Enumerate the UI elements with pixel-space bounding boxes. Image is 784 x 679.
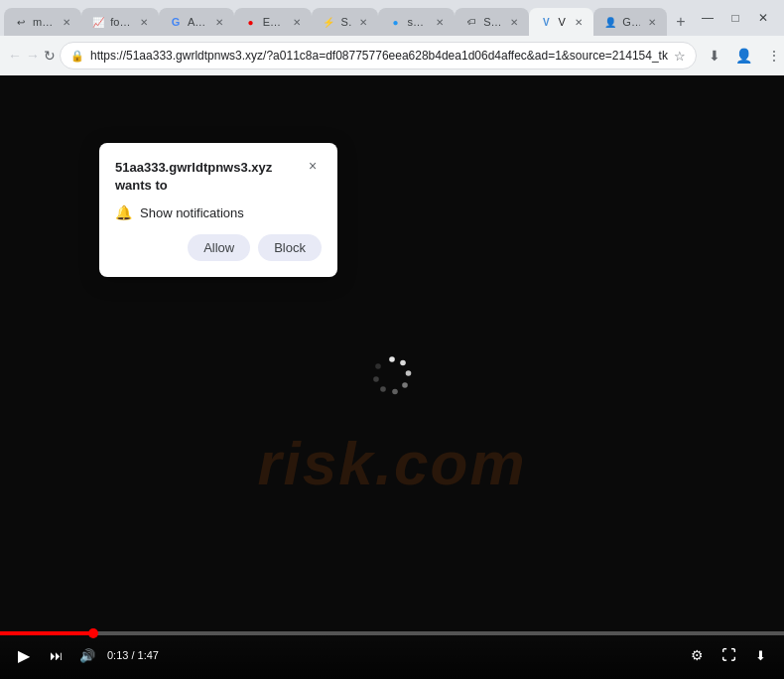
forward-button[interactable]: → xyxy=(26,42,40,69)
tab-shoars[interactable]: ● shoars ✕ xyxy=(378,8,455,36)
tab-favicon-9: 👤 xyxy=(603,15,617,29)
tab-label-5: Stfly xyxy=(340,16,351,28)
address-bar[interactable]: 🔒 https://51aa333.gwrldtpnws3.xyz/?a011c… xyxy=(60,42,697,69)
popup-close-button[interactable]: × xyxy=(304,157,322,175)
tab-favicon-2: 📈 xyxy=(91,15,105,29)
tab-close-1[interactable]: ✕ xyxy=(60,15,73,29)
spinner-svg xyxy=(370,353,414,397)
tab-favicon-7: 🏷 xyxy=(464,15,478,29)
tab-stfly[interactable]: ⚡ Stfly ✕ xyxy=(312,8,378,36)
tab-label-3: Ald Ve xyxy=(188,16,207,28)
loading-spinner xyxy=(370,353,414,401)
allow-button[interactable]: Allow xyxy=(188,234,250,261)
tab-favicon-8: V xyxy=(539,15,553,29)
tab-label-7: Shrink xyxy=(483,16,502,28)
maximize-button[interactable]: □ xyxy=(722,5,748,31)
tab-favicon-3: G xyxy=(169,15,183,29)
tab-close-6[interactable]: ✕ xyxy=(433,15,447,29)
tab-label-4: Earn m xyxy=(263,16,286,28)
watermark-text: risk.com xyxy=(257,428,526,498)
fullscreen-button[interactable]: ⛶ xyxy=(717,643,740,667)
video-controls-right: ⚙ ⛶ ⬇ xyxy=(685,643,772,667)
popup-option: 🔔 Show notifications xyxy=(115,204,322,220)
tab-favicon-1: ↩ xyxy=(14,15,28,29)
progress-dot xyxy=(88,628,98,638)
tab-label-1: mass c xyxy=(33,16,55,28)
video-controls: ▶ ⏭ 🔊 0:13 / 1:47 ⚙ ⛶ ⬇ xyxy=(0,631,784,679)
tab-shrink[interactable]: 🏷 Shrink ✕ xyxy=(455,8,529,36)
tab-favicon-4: ● xyxy=(244,15,258,29)
block-button[interactable]: Block xyxy=(258,234,322,261)
tab-close-5[interactable]: ✕ xyxy=(356,15,370,29)
content-area: risk.com xyxy=(0,75,784,679)
svg-point-6 xyxy=(373,376,379,382)
tab-close-2[interactable]: ✕ xyxy=(137,15,151,29)
tab-close-7[interactable]: ✕ xyxy=(507,15,521,29)
tab-label-2: forex-1 xyxy=(110,16,132,28)
popup-title: 51aa333.gwrldtpnws3.xyz wants to xyxy=(115,159,304,195)
close-button[interactable]: ✕ xyxy=(750,5,776,31)
bookmark-icon[interactable]: ☆ xyxy=(674,49,686,64)
next-button[interactable]: ⏭ xyxy=(44,643,67,667)
download-button[interactable]: ⬇ xyxy=(701,42,728,69)
time-display: 0:13 / 1:47 xyxy=(107,649,159,661)
bell-icon: 🔔 xyxy=(115,204,132,220)
tab-favicon-6: ● xyxy=(388,15,402,29)
svg-point-0 xyxy=(389,356,395,362)
volume-button[interactable]: 🔊 xyxy=(75,643,99,667)
tab-close-4[interactable]: ✕ xyxy=(290,15,304,29)
tab-forex[interactable]: 📈 forex-1 ✕ xyxy=(81,8,159,36)
tab-ald[interactable]: G Ald Ve ✕ xyxy=(159,8,234,36)
tab-close-3[interactable]: ✕ xyxy=(212,15,226,29)
minimize-button[interactable]: — xyxy=(695,5,720,31)
popup-actions: Allow Block xyxy=(115,234,322,261)
svg-point-5 xyxy=(380,386,386,392)
tab-label-8: Vi... xyxy=(558,16,567,28)
tabs-strip: ↩ mass c ✕ 📈 forex-1 ✕ G Ald Ve ✕ ● Earn… xyxy=(4,0,695,36)
tab-label-6: shoars xyxy=(407,16,428,28)
tab-favicon-5: ⚡ xyxy=(322,15,335,29)
nav-bar: ← → ↻ 🔒 https://51aa333.gwrldtpnws3.xyz/… xyxy=(0,36,784,75)
profile-button[interactable]: 👤 xyxy=(730,42,758,69)
tab-close-9[interactable]: ✕ xyxy=(645,15,659,29)
download-video-button[interactable]: ⬇ xyxy=(748,643,772,667)
svg-point-3 xyxy=(402,382,408,388)
option-label: Show notifications xyxy=(140,205,244,220)
lock-icon: 🔒 xyxy=(70,50,84,63)
chrome-frame: ↩ mass c ✕ 📈 forex-1 ✕ G Ald Ve ✕ ● Earn… xyxy=(0,0,784,679)
url-text: https://51aa333.gwrldtpnws3.xyz/?a011c8a… xyxy=(90,49,668,63)
back-button[interactable]: ← xyxy=(8,42,22,69)
menu-button[interactable]: ⋮ xyxy=(760,42,784,69)
tab-mass-c[interactable]: ↩ mass c ✕ xyxy=(4,8,81,36)
title-bar: ↩ mass c ✕ 📈 forex-1 ✕ G Ald Ve ✕ ● Earn… xyxy=(0,0,784,36)
svg-point-1 xyxy=(400,360,406,366)
svg-point-7 xyxy=(375,363,381,369)
nav-extra: ⬇ 👤 ⋮ xyxy=(701,42,784,69)
svg-point-2 xyxy=(406,370,412,376)
progress-fill xyxy=(0,631,93,635)
new-tab-button[interactable]: + xyxy=(667,8,695,36)
tab-label-9: Girl Al xyxy=(622,16,640,28)
reload-button[interactable]: ↻ xyxy=(44,42,56,69)
notification-popup: 51aa333.gwrldtpnws3.xyz wants to × 🔔 Sho… xyxy=(99,143,337,277)
play-button[interactable]: ▶ xyxy=(12,643,36,667)
progress-bar[interactable] xyxy=(0,631,784,635)
tab-close-8[interactable]: ✕ xyxy=(572,15,586,29)
tab-girl[interactable]: 👤 Girl Al ✕ xyxy=(593,8,667,36)
window-controls: — □ ✕ xyxy=(695,5,780,31)
tab-vi-active[interactable]: V Vi... ✕ xyxy=(529,8,593,36)
settings-button[interactable]: ⚙ xyxy=(685,643,709,667)
popup-header: 51aa333.gwrldtpnws3.xyz wants to × xyxy=(115,159,322,195)
tab-earn[interactable]: ● Earn m ✕ xyxy=(234,8,313,36)
svg-point-4 xyxy=(392,389,398,395)
